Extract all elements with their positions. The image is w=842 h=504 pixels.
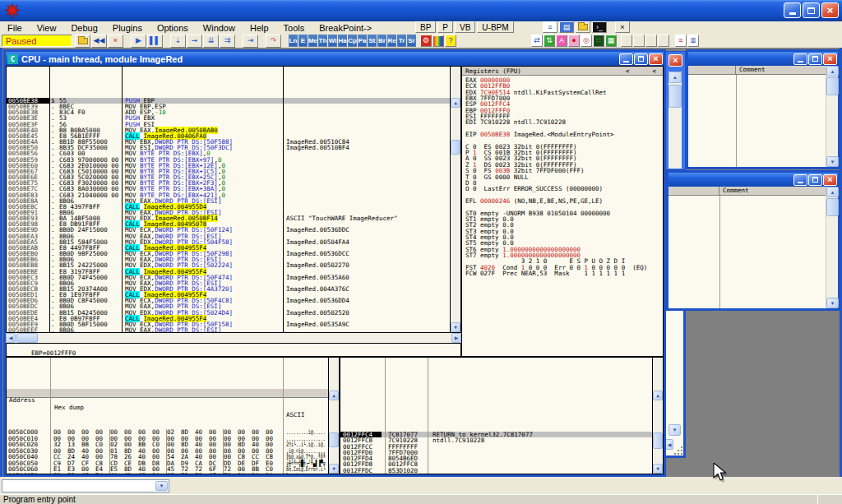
cpu-title-bar[interactable]: C CPU - main thread, module ImageRed × [6,52,664,66]
step-over-icon[interactable]: ⇝ [187,35,202,48]
register-line[interactable]: EIP 0050BE38 ImageRed.<ModuleEntryPoint> [465,132,663,137]
animate-over-icon[interactable]: ⇉ [220,35,235,48]
console-icon[interactable]: ›_ [592,21,607,33]
close-button[interactable]: × [821,2,839,18]
window-button-pa[interactable]: Pa [358,35,367,47]
help-icon[interactable]: ? [445,35,456,47]
menu-item-window[interactable]: Window [196,23,243,33]
register-line[interactable]: EFL 00000246 (NO,NB,E,BE,NS,PE,GE,LE) [465,198,663,204]
menu-close-button[interactable]: × [615,21,630,33]
disasm-row[interactable]: 0050BEB0.8B0D 98F25000MOV ECX,DWORD PTR … [7,251,460,257]
restore-button[interactable] [803,2,820,18]
scroll-thumb[interactable] [653,432,663,449]
scroll-thumb[interactable] [451,140,460,155]
side-window-title-bar[interactable]: × [688,52,838,66]
step-into-icon[interactable]: ⇣ [170,35,186,48]
disasm-row[interactable]: 0050BE3E.53PUSH EBX [7,115,460,121]
registers-prev2-icon[interactable]: < [652,67,663,75]
scroll-down-icon[interactable]: ▼ [451,322,460,332]
scroll-up-icon[interactable]: ▲ [451,98,460,108]
dump-scrollbar[interactable]: ▲ ▼ [328,358,339,474]
spiral-icon[interactable]: ◎ [581,35,592,47]
menu-button-bp[interactable]: BP [415,21,436,33]
disassembly-pane[interactable]: 0050BE38$55PUSH EBP0050BE39.8BECMOV EBP,… [6,66,461,333]
letter-a-icon[interactable]: A [556,35,567,47]
disasm-row[interactable]: 0050BE38$55PUSH EBP [7,98,460,104]
toolbar-blank-button[interactable] [645,35,657,47]
window-button-ln[interactable]: Ln [289,35,298,47]
pause-icon[interactable]: ▌▌ [147,35,163,48]
menu-item-view[interactable]: View [30,23,64,33]
scroll-up-icon[interactable]: ▲ [669,72,682,83]
menu-item-options[interactable]: Options [150,23,196,33]
disasm-row[interactable]: 0050BEE9.8B0D 58F15000MOV ECX,DWORD PTR … [7,321,460,327]
window-button-sr[interactable]: Sr [407,35,416,47]
open-file-icon[interactable] [75,35,90,48]
close-button[interactable]: × [649,53,663,65]
disasm-row[interactable]: 0050BEC3.8B0D 74F45000MOV ECX,DWORD PTR … [7,275,460,280]
scrollbar[interactable]: ▲ ▼ [826,66,838,167]
disasm-row[interactable]: 0050BED6.8B0D C8F45000MOV ECX,DWORD PTR … [7,298,460,303]
appearance-icon[interactable] [433,35,444,47]
scroll-right-icon[interactable]: ▶ [451,333,461,343]
maximize-button[interactable] [808,53,822,65]
window-button-e[interactable]: E [298,35,308,47]
scroll-down-icon[interactable]: ▼ [669,424,681,436]
window-button-me[interactable]: Me [308,35,317,47]
scroll-down-icon[interactable]: ▼ [826,156,839,167]
window-button-th[interactable]: Th [318,35,327,47]
scroll-thumb[interactable] [826,77,839,95]
menu-button-ubpm[interactable]: U-BPM [477,21,513,33]
register-line[interactable]: T 0 GS 0000 NULL [465,174,663,180]
scroll-up-icon[interactable]: ▲ [653,391,663,400]
combobox-dropdown-icon[interactable]: ▼ [155,481,168,491]
toolbar-blank-button[interactable] [621,35,632,47]
disasm-row[interactable]: 0050BE9D.8B0D 24F15000MOV ECX,DWORD PTR … [7,227,460,233]
book-icon[interactable]: ▤ [559,21,574,33]
swap-arrows-icon[interactable]: ⇄ [531,35,543,47]
disasm-h-scrollbar[interactable]: ◀ ▶ [6,333,461,343]
menu-item-plugins[interactable]: Plugins [105,23,150,33]
disasm-row[interactable]: 0050BE83.C683 21040000 00MOV BYTE PTR DS… [7,192,460,198]
menu-item-breakpoint[interactable]: BreakPoint-> [312,23,379,33]
updown-arrows-icon[interactable]: ⇅ [544,35,555,47]
disasm-row[interactable]: 0050BE8C.E8 4397F8FFCALL ImageRed.004955… [7,204,460,210]
register-line[interactable]: O 0 LastErr ERROR_SUCCESS (00000000) [465,186,663,192]
scroll-down-icon[interactable]: ▼ [329,464,339,474]
disasm-row[interactable]: 0050BE3B.83C4 F0ADD ESP,-10 [7,109,460,115]
register-line[interactable]: FCW 027F Prec NEAR,53 Mask 1 1 1 1 1 1 [465,270,663,276]
scroll-up-icon[interactable]: ▲ [329,391,339,400]
hidden-window-close-button[interactable]: × [669,54,682,67]
settings-icon[interactable]: ⚙ [420,35,432,47]
menu-item-tools[interactable]: Tools [276,23,312,33]
scroll-down-icon[interactable]: ▼ [826,298,839,308]
stack-row[interactable]: 0012FFE0FFFFFFFFEnd of SEH chain [340,474,663,474]
window-button-wi[interactable]: Wi [328,35,337,47]
minimize-button[interactable] [793,53,807,65]
close-program-icon[interactable]: × [108,35,123,48]
scroll-left-icon[interactable]: ◀ [6,333,16,343]
scrollbar[interactable]: ▲ ▼ [826,187,838,308]
scroll-up-icon[interactable]: ▲ [826,66,839,76]
register-line[interactable]: EDI 7C910228 ntdll.7C910228 [465,119,663,125]
folder-icon[interactable] [576,21,590,33]
grid-window-icon[interactable]: ▦ [605,35,617,47]
stack-pane[interactable]: 0012FFC47C817077RETURN to kernel32.7C817… [340,357,664,474]
command-combobox[interactable]: ▼ [2,479,169,492]
toolbar-blank-button[interactable] [658,35,669,47]
toolbar-blank-button[interactable] [633,35,645,47]
menu-item-help[interactable]: Help [243,23,276,33]
disasm-scrollbar[interactable]: ▲ ▼ [450,67,460,332]
scroll-left-icon[interactable]: ◀ [665,439,673,450]
menu-item-file[interactable]: File [0,23,30,33]
animate-into-icon[interactable]: ⇊ [203,35,219,48]
window-button-tr[interactable]: Tr [397,35,406,47]
restart-icon[interactable]: ◀◀ [91,35,107,48]
log-list-icon[interactable]: ≡ [675,35,687,47]
dump-row[interactable]: 0050C07052756E74696D65206572726F72202020… [7,473,339,475]
resize-grip[interactable] [673,446,682,455]
registers-pane[interactable]: Registers (FPU) < < EAX 00000000ECX 0012… [461,66,664,357]
window-button-cp[interactable]: Cp [348,35,357,47]
window-button-br[interactable]: Br [377,35,386,47]
scroll-thumb[interactable] [669,85,682,108]
